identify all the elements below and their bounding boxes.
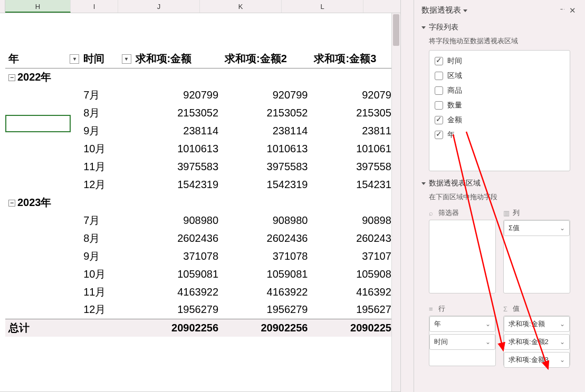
pivot-data-row[interactable]: 8月215305221530522153052 (5, 104, 400, 122)
pivot-data-row[interactable]: 11月397558339755833975583 (5, 158, 400, 175)
field-list[interactable]: 时间区域商品数量金额年 (429, 50, 570, 171)
column-headers: H I J K L (0, 0, 400, 13)
pivot-header-row: 年 ▾ 时间 ▾ 求和项:金额 求和项:金额2 求和项:金额3 (5, 50, 400, 68)
pivot-table[interactable]: 年 ▾ 时间 ▾ 求和项:金额 求和项:金额2 求和项:金额3 −2022年7月… (5, 13, 400, 337)
pivot-header-label: 年 (8, 53, 19, 64)
pin-icon[interactable] (557, 6, 567, 15)
areas-hint: 在下面区域中拖动字段 (414, 190, 585, 206)
checkbox-icon[interactable] (435, 116, 443, 124)
col-head-J[interactable]: J (118, 0, 200, 13)
col-head-L[interactable]: L (282, 0, 363, 13)
pivot-data-row[interactable]: 8月260243626024362602436 (5, 229, 400, 247)
area-values: Σ值 求和项:金额⌄求和项:金额2⌄求和项:金额3⌄ (503, 302, 570, 369)
pivot-header-label: 时间 (83, 53, 104, 64)
checkbox-icon[interactable] (435, 86, 443, 95)
total-label: 总计 (5, 319, 132, 337)
field-item[interactable]: 金额 (434, 113, 565, 128)
close-icon[interactable]: ✕ (567, 6, 578, 15)
pivot-header-val1[interactable]: 求和项:金额 (132, 50, 222, 68)
spreadsheet-area: H I J K L 年 ▾ 时间 ▾ 求和项:金额 求和项:金额2 求和项:金额… (0, 0, 401, 392)
fields-hint: 将字段拖动至数据透视表区域 (414, 34, 585, 50)
field-item[interactable]: 时间 (434, 54, 565, 68)
panel-title: 数据透视表 (421, 5, 557, 15)
pivot-data-row[interactable]: 9月238114238114238114 (5, 122, 400, 140)
sigma-icon: Σ (503, 305, 510, 313)
vertical-scrollbar[interactable] (391, 13, 400, 391)
row-header-gutter (0, 0, 5, 13)
area-columns-box[interactable]: Σ值⌄ (503, 220, 570, 293)
chevron-down-icon[interactable]: ⌄ (485, 338, 491, 346)
rows-icon: ≡ (429, 305, 435, 313)
area-pill[interactable]: 时间⌄ (429, 334, 495, 350)
area-filter-box[interactable] (429, 220, 496, 293)
pivot-header-val2[interactable]: 求和项:金额2 (222, 50, 311, 68)
pill-label: 时间 (434, 337, 448, 347)
field-label: 商品 (447, 86, 462, 95)
pivot-areas: ⌕筛选器 ▥列 Σ值⌄ ≡行 年⌄时间⌄ Σ值 求和项:金额⌄求和项:金额2⌄求… (414, 206, 585, 369)
pivot-data-row[interactable]: 7月908980908980908980 (5, 211, 400, 229)
collapse-icon[interactable]: − (8, 200, 15, 207)
field-item[interactable]: 商品 (434, 83, 565, 98)
collapse-icon[interactable]: − (8, 74, 15, 81)
total-val: 20902256 (311, 319, 400, 337)
pivot-data-row[interactable]: 11月416392241639224163922 (5, 283, 400, 301)
chevron-down-icon[interactable]: ⌄ (485, 320, 491, 328)
field-label: 年 (447, 130, 455, 140)
field-item[interactable]: 年 (434, 128, 565, 142)
pivot-side-panel: 数据透视表 ✕ 字段列表 将字段拖动至数据透视表区域 时间区域商品数量金额年 数… (414, 0, 585, 392)
total-val: 20902256 (222, 319, 311, 337)
area-pill[interactable]: 年⌄ (429, 316, 495, 332)
total-val: 20902256 (132, 319, 222, 337)
col-head-H[interactable]: H (5, 0, 71, 13)
area-rows: ≡行 年⌄时间⌄ (429, 302, 496, 369)
checkbox-icon[interactable] (435, 57, 443, 65)
pill-label: 求和项:金额 (509, 319, 545, 329)
pivot-data-row[interactable]: 12月154231915423191542319 (5, 175, 400, 193)
pivot-data-row[interactable]: 10月105908110590811059081 (5, 265, 400, 283)
section-fields-title[interactable]: 字段列表 (414, 21, 585, 34)
chevron-down-icon (421, 26, 426, 29)
section-areas-title[interactable]: 数据透视表区域 (414, 177, 585, 190)
pivot-data-row[interactable]: 12月195627919562791956279 (5, 301, 400, 319)
field-label: 区域 (447, 71, 462, 81)
filter-dropdown-icon[interactable]: ▾ (122, 54, 131, 64)
pivot-group-row[interactable]: −2023年 (5, 193, 400, 211)
pivot-total-row[interactable]: 总计 20902256 20902256 20902256 (5, 319, 400, 337)
field-label: 金额 (447, 115, 462, 125)
pivot-data-row[interactable]: 9月371078371078371078 (5, 247, 400, 265)
chevron-down-icon[interactable]: ⌄ (560, 338, 565, 346)
pivot-data-row[interactable]: 10月101061310106131010613 (5, 140, 400, 158)
area-pill[interactable]: 求和项:金额2⌄ (504, 334, 570, 350)
pivot-header-val3[interactable]: 求和项:金额3 (311, 50, 400, 68)
area-pill[interactable]: 求和项:金额⌄ (504, 316, 570, 332)
field-item[interactable]: 区域 (434, 68, 565, 83)
chevron-down-icon[interactable]: ⌄ (560, 224, 565, 232)
checkbox-icon[interactable] (435, 101, 443, 110)
area-values-box[interactable]: 求和项:金额⌄求和项:金额2⌄求和项:金额3⌄ (503, 316, 570, 366)
pill-label: 求和项:金额2 (509, 337, 549, 347)
panel-header: 数据透视表 ✕ (414, 0, 585, 21)
pivot-header-year[interactable]: 年 ▾ (5, 50, 80, 68)
filter-icon: ⌕ (429, 209, 435, 217)
chevron-down-icon[interactable]: ⌄ (560, 320, 565, 328)
area-pill[interactable]: Σ值⌄ (504, 220, 570, 236)
pivot-group-row[interactable]: −2022年 (5, 68, 400, 86)
area-filter: ⌕筛选器 (429, 206, 496, 297)
field-item[interactable]: 数量 (434, 98, 565, 113)
pivot-table-wrapper: 年 ▾ 时间 ▾ 求和项:金额 求和项:金额2 求和项:金额3 −2022年7月… (5, 13, 400, 391)
chevron-down-icon[interactable] (463, 9, 467, 12)
col-head-K[interactable]: K (200, 0, 282, 13)
checkbox-icon[interactable] (435, 72, 443, 80)
field-label: 时间 (447, 56, 462, 66)
col-head-I[interactable]: I (71, 0, 118, 13)
checkbox-icon[interactable] (435, 131, 443, 139)
filter-dropdown-icon[interactable]: ▾ (70, 54, 79, 64)
field-label: 数量 (447, 101, 462, 110)
pivot-header-time[interactable]: 时间 ▾ (80, 50, 132, 68)
pivot-data-row[interactable]: 7月920799920799920799 (5, 86, 400, 104)
pill-label: Σ值 (509, 223, 520, 233)
scrollbar-thumb[interactable] (393, 14, 399, 46)
chevron-down-icon[interactable]: ⌄ (560, 356, 565, 364)
area-pill[interactable]: 求和项:金额3⌄ (504, 352, 570, 368)
area-rows-box[interactable]: 年⌄时间⌄ (429, 316, 496, 366)
